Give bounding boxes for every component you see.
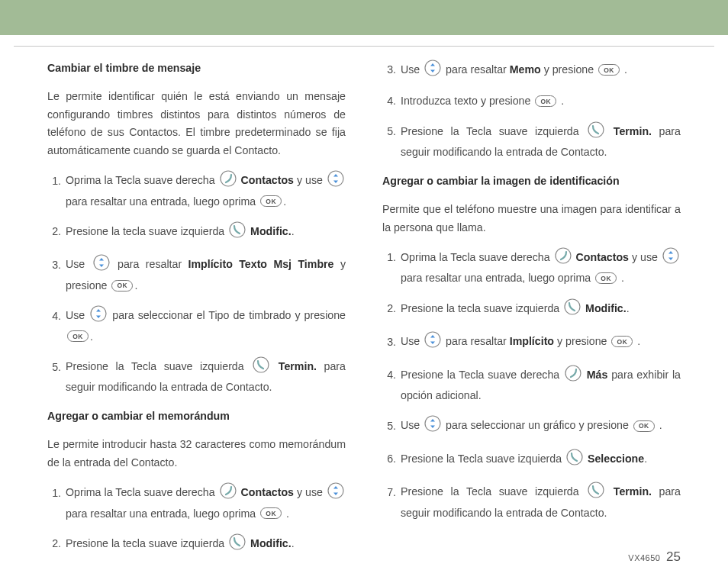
- ok-key-icon: OK: [67, 330, 89, 342]
- page-footer: VX4650 25: [628, 549, 681, 565]
- instruction-list: Oprima la Tecla suave derecha Contactos …: [47, 482, 346, 556]
- ok-key-icon: OK: [260, 195, 282, 207]
- softkey-left-icon: [588, 482, 604, 504]
- list-item: Use para resaltar Implícito y presione O…: [399, 331, 681, 353]
- list-item: Presione la tecla suave izquierda Modifi…: [399, 298, 681, 320]
- list-item: Use para seleccionar un gráfico y presio…: [399, 415, 681, 437]
- svg-point-7: [328, 483, 343, 498]
- ok-key-icon: OK: [111, 280, 133, 292]
- ok-key-icon: OK: [611, 336, 633, 347]
- svg-point-17: [567, 449, 582, 465]
- svg-point-10: [588, 122, 604, 137]
- svg-point-15: [565, 366, 581, 381]
- header-band: [0, 0, 728, 35]
- page-number: 25: [666, 549, 681, 564]
- content-columns: Cambiar el timbre de mensaje Le permite …: [47, 60, 681, 543]
- svg-point-6: [221, 483, 236, 498]
- nav-updown-icon: [90, 305, 107, 327]
- list-item: Oprima la Tecla suave derecha Contactos …: [64, 482, 346, 523]
- instruction-list: Oprima la Tecla suave derecha Contactos …: [382, 247, 681, 522]
- svg-point-12: [663, 248, 678, 263]
- softkey-left-icon: [253, 356, 269, 378]
- list-item: Presione la Tecla suave izquierda Termin…: [64, 356, 346, 397]
- list-item: Introduzca texto y presione OK .: [399, 92, 681, 110]
- list-item: Use para seleccionar el Tipo de timbrado…: [64, 305, 346, 346]
- softkey-left-icon: [566, 449, 583, 471]
- svg-point-9: [425, 60, 440, 76]
- horizontal-rule: [14, 46, 714, 47]
- softkey-right-icon: [220, 170, 237, 192]
- list-item: Presione la Tecla suave izquierda Termin…: [399, 121, 681, 162]
- section-heading: Cambiar el timbre de mensaje: [47, 60, 346, 77]
- list-item: Presione la tecla suave izquierda Modifi…: [64, 533, 346, 556]
- nav-updown-icon: [424, 415, 441, 437]
- softkey-left-icon: [229, 533, 246, 556]
- nav-updown-icon: [93, 254, 110, 276]
- softkey-left-icon: [564, 298, 581, 320]
- svg-point-3: [94, 255, 109, 270]
- svg-point-2: [230, 222, 245, 237]
- nav-updown-icon: [424, 60, 441, 82]
- nav-updown-icon: [327, 170, 344, 192]
- ok-key-icon: OK: [633, 420, 655, 432]
- section-heading: Agregar o cambiar el memorándum: [47, 407, 346, 425]
- list-item: Presione la Tecla suave derecha Más para…: [399, 365, 681, 405]
- section-intro: Le permite introducir hasta 32 caractere…: [47, 436, 346, 472]
- list-item: Presione la Tecla suave izquierda Selecc…: [399, 449, 681, 471]
- section-heading: Agregar o cambiar la imagen de identific…: [382, 172, 681, 190]
- instruction-list: Use para resaltar Memo y presione OK . I…: [382, 60, 681, 162]
- svg-point-5: [253, 357, 269, 372]
- ok-key-icon: OK: [535, 95, 556, 107]
- svg-point-13: [565, 299, 580, 314]
- ok-key-icon: OK: [598, 64, 620, 76]
- softkey-left-icon: [588, 121, 604, 143]
- ok-key-icon: OK: [595, 272, 617, 284]
- model-number: VX4650: [628, 553, 660, 562]
- section-intro: Le permite identificar quién le está env…: [47, 88, 346, 159]
- softkey-right-icon: [220, 482, 237, 504]
- list-item: Oprima la Tecla suave derecha Contactos …: [64, 170, 346, 211]
- softkey-right-icon: [555, 247, 572, 269]
- column-right: Use para resaltar Memo y presione OK . I…: [382, 60, 681, 543]
- svg-point-11: [556, 248, 571, 263]
- list-item: Oprima la Tecla suave derecha Contactos …: [399, 247, 681, 288]
- svg-point-18: [588, 482, 604, 498]
- list-item: Use para resaltar Memo y presione OK .: [399, 60, 681, 82]
- svg-point-0: [221, 171, 236, 186]
- softkey-right-icon: [565, 365, 581, 387]
- svg-point-4: [91, 306, 106, 321]
- svg-point-8: [230, 534, 245, 549]
- nav-updown-icon: [424, 331, 441, 353]
- list-item: Use para resaltar Implícito Texto Msj Ti…: [64, 254, 346, 295]
- svg-point-14: [425, 332, 440, 347]
- section-intro: Permite que el teléfono muestre una imag…: [382, 201, 681, 237]
- nav-updown-icon: [662, 247, 679, 269]
- softkey-left-icon: [229, 221, 246, 243]
- instruction-list: Oprima la Tecla suave derecha Contactos …: [47, 170, 346, 397]
- list-item: Presione la Tecla suave izquierda Termin…: [399, 482, 681, 522]
- nav-updown-icon: [327, 482, 344, 504]
- ok-key-icon: OK: [260, 507, 282, 519]
- svg-point-1: [328, 171, 343, 186]
- svg-point-16: [425, 416, 440, 431]
- manual-page: Cambiar el timbre de mensaje Le permite …: [0, 0, 728, 583]
- list-item: Presione la tecla suave izquierda Modifi…: [64, 221, 346, 243]
- column-left: Cambiar el timbre de mensaje Le permite …: [47, 60, 346, 543]
